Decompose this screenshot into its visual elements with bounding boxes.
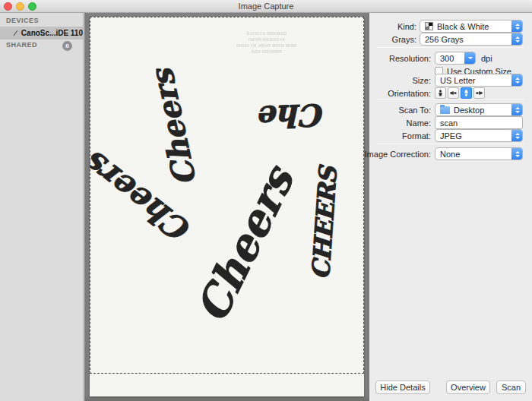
kind-dropdown[interactable]: Black & White [420,20,523,33]
device-name: CanoSc...iDE 110 [21,29,83,37]
kind-value: Black & White [437,22,489,31]
title-bar: Image Capture [0,0,532,13]
orientation-segment-2[interactable] [461,87,472,99]
format-value: JPEG [440,131,462,141]
size-dropdown[interactable]: US Letter [435,74,523,87]
halftone-icon [425,22,433,30]
separator [377,99,524,99]
shared-section[interactable]: SHARED 0 [0,39,83,52]
handwritten-word: Cheers [144,66,203,189]
orientation-segment-1[interactable] [448,87,459,99]
stepper-icon [511,103,523,116]
name-label: Name: [407,118,431,128]
kind-label: Kind: [397,22,416,31]
name-input[interactable] [435,116,523,129]
handwritten-word: Che [259,97,326,135]
shared-count-badge: 0 [62,41,72,51]
stepper-icon [511,74,523,87]
folder-icon [440,106,450,114]
orientation-segments [435,87,486,99]
orientation-segment-3[interactable] [473,87,485,99]
scan-to-value: Desktop [454,106,484,115]
grays-dropdown[interactable]: 256 Grays [420,33,523,46]
scan-to-label: Scan To: [398,106,431,115]
shared-header: SHARED [0,41,37,51]
devices-header: DEVICES [0,13,83,27]
handwritten-word: Cheers [186,159,304,330]
image-correction-label: Image Correction: [365,150,431,159]
format-label: Format: [402,131,431,141]
scanner-icon [14,30,18,36]
scanned-page[interactable]: GERARD J COYLE 44 OCEAN PKWY NEW HYDE PA… [90,17,364,396]
bleedthrough-text: GERARD J COYLE 44 OCEAN PKWY NEW HYDE PA… [211,30,321,55]
scan-preview-area[interactable]: GERARD J COYLE 44 OCEAN PKWY NEW HYDE PA… [84,13,369,401]
sidebar-item-device[interactable]: CanoSc...iDE 110 [0,27,83,39]
format-dropdown[interactable]: JPEG [435,129,523,142]
stepper-icon [511,129,523,142]
image-correction-dropdown[interactable]: None [435,147,523,160]
grays-value: 256 Grays [425,35,464,44]
sidebar: DEVICES CanoSc...iDE 110 SHARED 0 [0,13,84,401]
stepper-icon [511,20,523,33]
size-label: Size: [413,76,431,85]
scan-to-dropdown[interactable]: Desktop [435,103,523,116]
window-title: Image Capture [0,2,532,11]
image-correction-value: None [440,150,460,159]
stepper-icon [511,33,523,46]
hide-details-button[interactable]: Hide Details [375,380,430,394]
resolution-combo[interactable]: 300 [435,52,476,65]
grays-label: Grays: [392,35,416,44]
orientation-label: Orientation: [388,89,431,98]
handwritten-word: CHEERS [306,166,343,280]
separator [377,144,524,144]
combo-arrow-icon [464,52,476,65]
dpi-unit-label: dpi [481,54,492,63]
overview-button[interactable]: Overview [446,380,490,394]
orientation-segment-0[interactable] [435,87,446,99]
separator [377,47,524,48]
settings-panel: Kind: Black & White Grays: 256 Grays Res… [369,13,532,401]
stepper-icon [511,147,523,160]
resolution-label: Resolution: [389,54,431,63]
resolution-value: 300 [440,54,454,63]
size-value: US Letter [440,76,475,85]
scan-button[interactable]: Scan [496,380,526,394]
